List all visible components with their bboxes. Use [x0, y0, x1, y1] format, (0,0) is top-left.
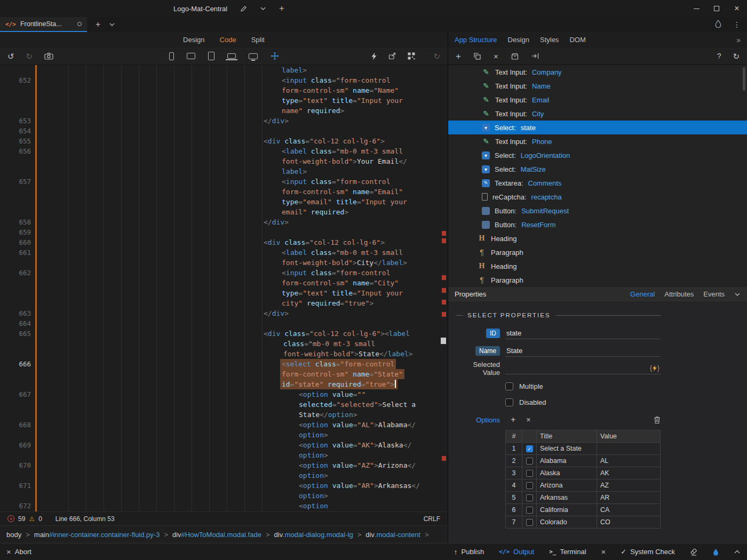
- mode-tab-design[interactable]: Design: [183, 36, 204, 44]
- terminal-button[interactable]: >_ Terminal: [549, 548, 586, 556]
- option-title[interactable]: Arizona: [537, 479, 597, 492]
- publish-button[interactable]: ↑ Publish: [454, 548, 484, 556]
- option-title[interactable]: Alabama: [537, 455, 597, 467]
- add-option-button[interactable]: +: [511, 415, 515, 425]
- collapse-panel-chevron-icon[interactable]: [734, 549, 741, 555]
- code-row[interactable]: city" required="true">: [0, 298, 448, 308]
- option-value[interactable]: AL: [597, 455, 661, 467]
- editor-scrollbar[interactable]: [440, 65, 448, 511]
- add-component-button[interactable]: +: [456, 52, 461, 61]
- duplicate-icon[interactable]: [474, 53, 481, 60]
- code-row[interactable]: id="state" required="true">: [0, 379, 448, 389]
- code-row[interactable]: 659: [0, 227, 448, 237]
- disabled-checkbox[interactable]: [505, 398, 513, 406]
- code-row[interactable]: 664: [0, 318, 448, 329]
- undo-icon[interactable]: ↺: [7, 52, 14, 60]
- code-row[interactable]: State</option>: [0, 410, 448, 420]
- move-into-icon[interactable]: [531, 52, 539, 60]
- redo-icon[interactable]: ↻: [26, 52, 33, 60]
- code-row[interactable]: font-weight-bold">State</label>: [0, 349, 448, 359]
- code-row[interactable]: 660<div class="col-12 col-lg-6">: [0, 237, 448, 247]
- tab-list-chevron-icon[interactable]: [109, 22, 115, 27]
- tree-item-paragraph[interactable]: ¶Paragraph: [448, 273, 747, 287]
- name-input[interactable]: State: [505, 345, 661, 357]
- code-row[interactable]: option>: [0, 470, 448, 481]
- option-selected-checkbox[interactable]: [526, 519, 533, 526]
- warnings-icon[interactable]: ⚠: [29, 515, 35, 523]
- ptab-general[interactable]: General: [630, 290, 655, 298]
- code-row[interactable]: font-weight-bold">City</label>: [0, 258, 448, 268]
- code-row[interactable]: option>: [0, 430, 448, 440]
- sass-compile-droplet-icon[interactable]: [713, 548, 719, 556]
- tree-item-heading[interactable]: HHeading: [448, 231, 747, 245]
- option-selected-checkbox[interactable]: [526, 470, 533, 477]
- option-selected-checkbox[interactable]: ✓: [526, 445, 533, 452]
- maximize-button[interactable]: [706, 0, 727, 17]
- option-value[interactable]: AK: [597, 467, 661, 479]
- code-row[interactable]: 668<option value="AL">Alabama</: [0, 420, 448, 430]
- code-row[interactable]: 671<option value="AR">Arkansas</: [0, 481, 448, 491]
- code-row[interactable]: 667<option value="": [0, 389, 448, 399]
- abort-button[interactable]: × Abort: [6, 547, 31, 556]
- new-tab-button[interactable]: +: [96, 20, 100, 29]
- close-button[interactable]: ×: [727, 0, 747, 17]
- screenshot-camera-icon[interactable]: [44, 52, 53, 60]
- option-selected-checkbox[interactable]: [526, 458, 533, 465]
- code-row[interactable]: label>: [0, 166, 448, 177]
- eol-indicator[interactable]: CRLF: [424, 515, 440, 523]
- eraser-icon[interactable]: [690, 548, 698, 556]
- id-input[interactable]: state: [505, 327, 661, 339]
- code-row[interactable]: 654: [0, 126, 448, 136]
- output-button[interactable]: </> Output: [499, 548, 534, 556]
- option-title[interactable]: Alaska: [537, 467, 597, 479]
- tree-item-matsize[interactable]: ▾Select:MatSize: [448, 162, 747, 176]
- ptab-events[interactable]: Events: [703, 290, 725, 298]
- code-row[interactable]: 662<input class="form-control: [0, 268, 448, 278]
- options-row-arkansas[interactable]: 5ArkansasAR: [506, 492, 661, 504]
- data-binding-icon[interactable]: { }: [650, 364, 659, 372]
- qr-code-icon[interactable]: [408, 52, 415, 60]
- code-row[interactable]: font-weight-bold">Your Email</: [0, 156, 448, 166]
- code-row[interactable]: email" required>: [0, 207, 448, 217]
- option-title[interactable]: Colorado: [537, 516, 597, 529]
- code-row[interactable]: type="email" title="Input your: [0, 197, 448, 207]
- tree-item-comments[interactable]: ✎Textarea:Comments: [448, 176, 747, 190]
- errors-icon[interactable]: ×: [7, 515, 14, 522]
- tree-item-state[interactable]: ▾Select:state: [448, 121, 747, 134]
- more-menu-icon[interactable]: ⋮: [733, 20, 741, 29]
- lightning-icon[interactable]: [370, 52, 377, 60]
- rename-pencil-icon[interactable]: [240, 5, 247, 12]
- code-row[interactable]: 666<select class="form-control: [0, 359, 448, 369]
- laptop-viewport-icon[interactable]: [227, 53, 236, 59]
- code-row[interactable]: form-control-sm" name="State": [0, 369, 448, 379]
- code-row[interactable]: 669<option value="AK">Alaska</: [0, 440, 448, 450]
- options-row-select-a-state[interactable]: 1✓Select a State: [506, 443, 661, 455]
- code-row[interactable]: 658</div>: [0, 217, 448, 227]
- code-row[interactable]: label>: [0, 65, 448, 75]
- breadcrumb-item-div[interactable]: div.modal-dialog.modal-lg: [274, 531, 353, 539]
- help-icon[interactable]: ?: [717, 52, 721, 60]
- tablet-landscape-viewport-icon[interactable]: [187, 53, 195, 59]
- desktop-viewport-icon[interactable]: [249, 53, 258, 59]
- option-title[interactable]: Arkansas: [537, 492, 597, 504]
- panel-tab-dom[interactable]: DOM: [569, 36, 585, 44]
- panel-tab-app-structure[interactable]: App Structure: [455, 36, 497, 44]
- tree-item-resetform[interactable]: Button:ResetForm: [448, 218, 747, 231]
- sass-droplet-icon[interactable]: [715, 20, 721, 29]
- tab-frontline-state[interactable]: </> FrontlineSta...: [0, 17, 87, 32]
- code-row[interactable]: 653</div>: [0, 116, 448, 126]
- options-row-arizona[interactable]: 4ArizonaAZ: [506, 479, 661, 492]
- properties-collapse-chevron-icon[interactable]: [734, 292, 741, 297]
- code-row[interactable]: 656<label class="mb-0 mt-3 small: [0, 146, 448, 156]
- code-row[interactable]: 661<label class="mb-0 mt-3 small: [0, 247, 448, 258]
- design-switcher-chevron-icon[interactable]: [260, 6, 266, 11]
- code-row[interactable]: 657<input class="form-control: [0, 177, 448, 187]
- panel-tabs-overflow-icon[interactable]: »: [736, 36, 741, 44]
- code-row[interactable]: option>: [0, 491, 448, 501]
- option-value[interactable]: AZ: [597, 479, 661, 492]
- breadcrumb-item-div[interactable]: div#HowToModal.modal.fade: [172, 531, 261, 539]
- breadcrumb-item-div[interactable]: div.modal-content: [365, 531, 420, 539]
- option-value[interactable]: [597, 443, 661, 455]
- tree-item-name[interactable]: ✎Text Input:Name: [448, 79, 747, 93]
- code-row[interactable]: class="mb-0 mt-3 small: [0, 339, 448, 349]
